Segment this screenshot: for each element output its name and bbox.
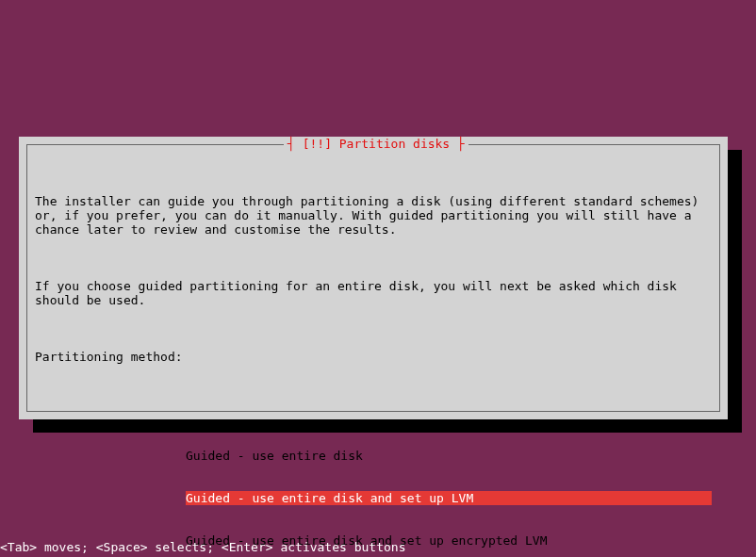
- dialog-border: ┤ [!!] Partition disks ├ The installer c…: [26, 144, 720, 412]
- intro-paragraph-1: The installer can guide you through part…: [35, 194, 712, 237]
- dialog-title-wrap: ┤ [!!] Partition disks ├: [284, 137, 468, 151]
- dialog-content: The installer can guide you through part…: [27, 145, 719, 557]
- keyboard-hints: <Tab> moves; <Space> selects; <Enter> ac…: [0, 540, 405, 554]
- partition-dialog: ┤ [!!] Partition disks ├ The installer c…: [19, 137, 728, 419]
- intro-paragraph-2: If you choose guided partitioning for an…: [35, 279, 712, 307]
- partitioning-method-prompt: Partitioning method:: [35, 350, 712, 364]
- option-guided-lvm[interactable]: Guided - use entire disk and set up LVM: [186, 491, 712, 505]
- option-guided-entire-disk[interactable]: Guided - use entire disk: [186, 449, 712, 463]
- dialog-title: ┤ [!!] Partition disks ├: [288, 137, 465, 151]
- partitioning-options: Guided - use entire disk Guided - use en…: [35, 420, 712, 557]
